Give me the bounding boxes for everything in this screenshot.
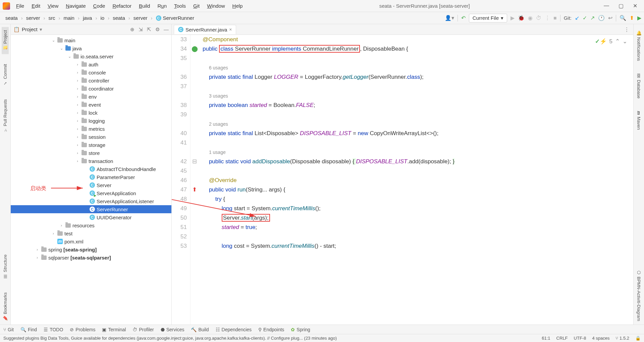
git-history-icon[interactable]: 🕐 (598, 15, 605, 21)
more-run-icon[interactable]: ⋮ (545, 15, 550, 21)
editor-body[interactable]: 33343536373839404142454647484950515253 ⬤… (172, 35, 633, 325)
crumb[interactable]: seata (110, 14, 128, 21)
tree-file[interactable]: mpom.xml (11, 237, 171, 245)
rail-notifications[interactable]: 🔔Notifications (635, 27, 642, 64)
crumb[interactable]: java (80, 14, 95, 21)
crumb[interactable]: main (61, 14, 77, 21)
tree-class[interactable]: CParameterParser (11, 173, 171, 181)
menu-window[interactable]: Window (204, 2, 227, 10)
tool-endpoints[interactable]: ⚲Endpoints (258, 327, 284, 332)
back-icon[interactable]: ↶ (461, 15, 466, 21)
tree-folder[interactable]: ›event (11, 101, 171, 109)
tree-module[interactable]: ›sqlparser [seata-sqlparser] (11, 253, 171, 262)
menu-refactor[interactable]: Refactor (110, 2, 134, 10)
tree-folder[interactable]: ›transaction (11, 157, 171, 165)
menu-help[interactable]: Help (230, 2, 246, 10)
tree-folder[interactable]: ›auth (11, 60, 171, 68)
menu-file[interactable]: File (13, 2, 27, 10)
coverage-icon[interactable]: ◉ (528, 15, 533, 21)
bean-gutter-icon[interactable]: ⬤ (191, 44, 199, 54)
debug-icon[interactable]: 🐞 (518, 15, 525, 21)
tool-terminal[interactable]: ▣Terminal (102, 327, 126, 332)
menu-git[interactable]: Git (191, 2, 202, 10)
rail-pull-requests[interactable]: ⑂Pull Requests (2, 96, 9, 135)
tree-folder[interactable]: ›env (11, 93, 171, 101)
menu-tools[interactable]: Tools (171, 2, 189, 10)
tool-dependencies[interactable]: ☷Dependencies (216, 327, 252, 332)
tool-spring[interactable]: ✿Spring (291, 327, 310, 332)
tree-folder[interactable]: ›lock (11, 109, 171, 117)
tree-folder[interactable]: ›storage (11, 141, 171, 149)
menu-build[interactable]: Build (136, 2, 153, 10)
close-tab-icon[interactable]: × (229, 27, 232, 32)
close-button[interactable]: ✕ (633, 3, 637, 9)
tool-profiler[interactable]: ⏱Profiler (132, 327, 154, 332)
status-position[interactable]: 61:1 (542, 336, 550, 341)
menu-run[interactable]: Run (155, 2, 169, 10)
tree-class[interactable]: C▶ServerApplication (11, 189, 171, 197)
tree-class[interactable]: CServerApplicationListener (11, 197, 171, 205)
run-icon[interactable]: ▶ (511, 15, 515, 21)
collapse-icon[interactable]: ⇱ (147, 26, 151, 33)
tool-find[interactable]: 🔍Find (20, 327, 37, 332)
chevron-down-icon[interactable]: ⌄ (623, 37, 627, 46)
tree-class[interactable]: CUUIDGenerator (11, 213, 171, 221)
status-eol[interactable]: CRLF (556, 336, 568, 341)
tree-class[interactable]: CAbstractTCInboundHandle (11, 165, 171, 173)
status-indent[interactable]: 4 spaces (592, 336, 609, 341)
run-config-selector[interactable]: Current File▾ (469, 14, 507, 22)
tree-folder[interactable]: ›logging (11, 117, 171, 125)
menu-navigate[interactable]: Navigate (63, 2, 88, 10)
status-lock-icon[interactable]: 🔒 (635, 336, 641, 341)
tree-package[interactable]: ⌄io.seata.server (11, 52, 171, 60)
crumb[interactable]: server (23, 14, 43, 21)
rail-maven[interactable]: mMaven (635, 108, 642, 133)
tree-folder[interactable]: ⌄main (11, 36, 171, 44)
tree-folder[interactable]: ›coordinator (11, 84, 171, 93)
tree-folder[interactable]: ›resources (11, 221, 171, 229)
crumb[interactable]: io (98, 14, 107, 21)
status-branch[interactable]: ⑂ 1.5.2 (615, 336, 629, 341)
tree-folder[interactable]: ›test (11, 229, 171, 237)
editor-tab[interactable]: C ServerRunner.java × (174, 25, 236, 34)
tool-build[interactable]: 🔨Build (191, 327, 209, 332)
crumb[interactable]: seata (3, 14, 20, 21)
rail-project[interactable]: 📁Project (2, 27, 9, 54)
rail-commit[interactable]: ✓Commit (2, 61, 9, 89)
tree-module[interactable]: ›spring [seata-spring] (11, 245, 171, 253)
rail-structure[interactable]: ☰Structure (2, 251, 9, 282)
git-push-icon[interactable]: ↗ (590, 15, 595, 21)
tree-folder[interactable]: ›console (11, 68, 171, 76)
tree-folder[interactable]: ›session (11, 133, 171, 141)
ide-update-icon[interactable]: ⬆ (630, 15, 634, 21)
menu-code[interactable]: Code (91, 2, 108, 10)
git-rollback-icon[interactable]: ↩ (608, 15, 612, 21)
tree-folder[interactable]: ›controller (11, 76, 171, 84)
tree-folder[interactable]: ›store (11, 149, 171, 157)
tree-class[interactable]: CServerRunner (11, 205, 171, 213)
tree-class[interactable]: CServer (11, 181, 171, 189)
settings-icon[interactable]: ⚙ (155, 26, 160, 33)
crumb[interactable]: server (131, 14, 150, 21)
editor-tabs-more-icon[interactable]: ⋮ (624, 26, 633, 33)
locate-icon[interactable]: ⊕ (130, 26, 135, 33)
menu-view[interactable]: View (45, 2, 61, 10)
chevron-up-icon[interactable]: ⌃ (615, 37, 620, 46)
rail-bookmarks[interactable]: 🔖Bookmarks (2, 289, 9, 325)
tool-problems[interactable]: ⊘Problems (70, 327, 95, 332)
user-icon[interactable]: 👤▾ (445, 15, 454, 21)
override-gutter-icon[interactable]: ⬆ (191, 185, 199, 194)
menu-edit[interactable]: Edit (29, 2, 43, 10)
search-icon[interactable]: 🔍 (620, 15, 626, 21)
minimize-button[interactable]: — (604, 3, 609, 9)
git-commit-icon[interactable]: ✓ (583, 15, 587, 21)
rail-database[interactable]: 🗄Database (635, 70, 642, 102)
tree-folder[interactable]: ⌄java (11, 44, 171, 52)
code-content[interactable]: @Component public class ServerRunner imp… (199, 35, 633, 325)
tree-folder[interactable]: ›metrics (11, 125, 171, 133)
rail-bpmn[interactable]: ⬡BPMN-Activiti-Diagram (635, 267, 642, 325)
stop-icon[interactable]: ■ (553, 15, 557, 21)
collapse-gutter-icon[interactable]: ⊟ (191, 157, 199, 166)
git-update-icon[interactable]: ↙ (575, 15, 579, 21)
crumb[interactable]: src (46, 14, 58, 21)
